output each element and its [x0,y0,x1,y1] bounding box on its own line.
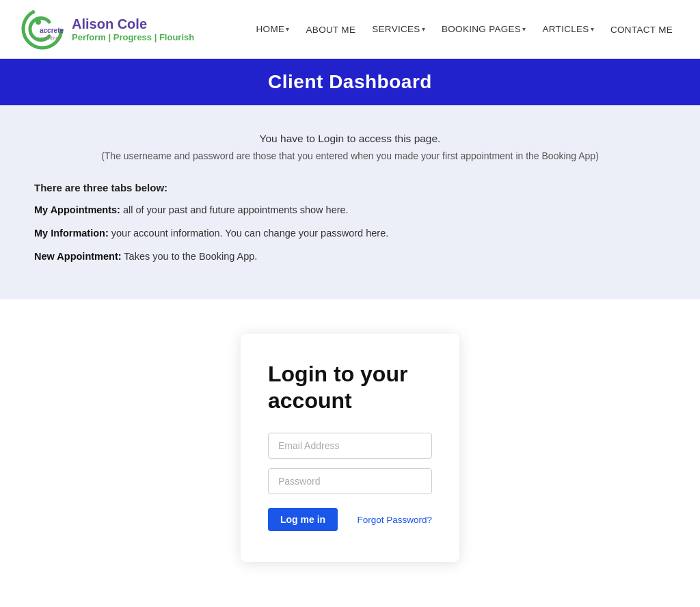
nav-link-contact[interactable]: CONTACT ME [604,21,679,39]
logo[interactable]: accrete consulting [21,7,65,51]
nav-item-services[interactable]: SERVICES [365,20,432,38]
nav-link-services[interactable]: SERVICES [365,20,432,38]
nav-item-booking[interactable]: BOOKING PAGES [435,20,533,38]
login-heading-line1: Login to your [268,362,407,386]
spacer [0,299,700,327]
nav-item-home[interactable]: HOME [250,20,297,38]
tabs-label: There are three tabs below: [34,182,666,193]
nav-link-booking[interactable]: BOOKING PAGES [435,20,533,38]
nav-link-articles[interactable]: ARTICLES [535,20,601,38]
nav-item-articles[interactable]: ARTICLES [535,20,601,38]
tab-information-text: your account information. You can change… [109,228,388,239]
tab-item-appointments: My Appointments: all of your past and fu… [34,203,666,218]
nav-link-about[interactable]: ABOUT ME [299,21,363,39]
brand-text: Alison Cole Perform | Progress | Flouris… [72,16,194,42]
brand-name: Alison Cole [72,16,194,32]
tab-item-new-appointment: New Appointment: Takes you to the Bookin… [34,249,666,265]
tab-appointments-label: My Appointments: [34,204,120,215]
login-card-wrap: Login to your account Log me in Forgot P… [0,327,700,603]
login-card: Login to your account Log me in Forgot P… [241,334,459,562]
login-heading: Login to your account [268,361,432,414]
brand-tagline: Perform | Progress | Flourish [72,32,194,42]
tab-new-label: New Appointment: [34,251,122,262]
nav-link-home[interactable]: HOME [250,20,297,38]
forgot-password-link[interactable]: Forgot Password? [357,515,432,525]
svg-text:consulting: consulting [37,36,59,41]
svg-text:accrete: accrete [40,27,64,34]
email-field[interactable] [268,433,432,459]
tab-new-text: Takes you to the Booking App. [122,251,258,262]
nav-item-about[interactable]: ABOUT ME [299,23,363,36]
login-sub: (The userneame and password are those th… [34,150,666,161]
tab-item-information: My Information: your account information… [34,226,666,241]
nav-item-contact[interactable]: CONTACT ME [604,23,679,36]
login-notice: You have to Login to access this page. [34,133,666,145]
tab-information-label: My Information: [34,228,109,239]
login-heading-line2: account [268,388,352,413]
password-field[interactable] [268,468,432,494]
tab-appointments-text: all of your past and future appointments… [120,204,349,215]
login-actions: Log me in Forgot Password? [268,508,432,531]
svg-point-1 [36,19,41,25]
page-title: Client Dashboard [21,71,679,93]
brand: accrete consulting Alison Cole Perform |… [21,7,194,51]
hero-banner: Client Dashboard [0,59,700,105]
navbar: accrete consulting Alison Cole Perform |… [0,0,700,59]
info-section: You have to Login to access this page. (… [0,105,700,299]
nav-links: HOME ABOUT ME SERVICES BOOKING PAGES ART… [250,20,679,38]
login-button[interactable]: Log me in [268,508,338,531]
